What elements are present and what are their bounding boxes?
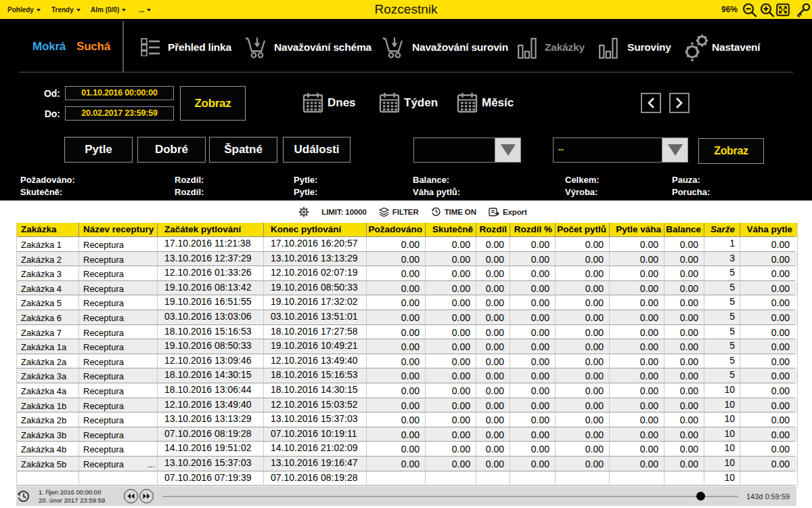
- table-cell: 13.10.2016 13:13:29: [158, 412, 264, 427]
- bar-chart-icon[interactable]: [518, 37, 537, 59]
- tab-sucha[interactable]: Suchá: [76, 40, 110, 54]
- nav-item-suroviny[interactable]: Suroviny: [627, 41, 671, 54]
- table-cell: 0.00: [367, 310, 426, 325]
- nav-item-nastaveni[interactable]: Nastavení: [712, 41, 760, 54]
- table-cell: 19.10.2016 10:49:21: [264, 339, 367, 354]
- nav-divider: [122, 21, 124, 72]
- filter-pytle-button[interactable]: Pytle: [64, 137, 133, 163]
- nav-item-zakazky[interactable]: Zakázky: [545, 41, 585, 54]
- table-cell: 0.00: [664, 266, 704, 281]
- table-row[interactable]: Zakázka 4aReceptura18.10.2016 13:06:4418…: [17, 383, 797, 398]
- table-cell: [426, 471, 476, 486]
- column-header[interactable]: Začátek pytlování: [158, 223, 264, 237]
- timeline-track[interactable]: [162, 496, 738, 497]
- table-row[interactable]: Zakázka 1aReceptura19.10.2016 08:50:3319…: [17, 339, 797, 354]
- gear-icon[interactable]: [298, 207, 309, 217]
- od-input[interactable]: 01.10.2016 00:00:00: [65, 86, 174, 100]
- column-header[interactable]: Skutečně: [426, 223, 476, 237]
- key-icon[interactable]: [794, 2, 811, 18]
- column-header[interactable]: Rozdíl %: [510, 223, 556, 237]
- limit-setting[interactable]: LIMIT: 10000: [321, 208, 367, 216]
- time-on-toggle[interactable]: TIME ON: [431, 207, 476, 217]
- table-row[interactable]: Zakázka 2Receptura13.10.2016 12:37:2913.…: [17, 252, 797, 267]
- table-cell: 0.00: [664, 354, 704, 369]
- table-cell: 0.00: [610, 281, 664, 296]
- column-header[interactable]: Požadováno: [367, 223, 426, 237]
- zobraz-button[interactable]: Zobraz: [180, 86, 246, 121]
- gears-icon[interactable]: [683, 33, 711, 62]
- table-cell: Zakázka 2: [17, 252, 79, 267]
- filter-dobre-button[interactable]: Dobré: [137, 137, 206, 163]
- table-cell: Receptura: [79, 427, 158, 442]
- cart-download-icon[interactable]: [244, 36, 266, 60]
- fullscreen-icon[interactable]: [776, 3, 790, 16]
- table-row[interactable]: Zakázka 1bReceptura12.10.2016 13:49:4012…: [17, 398, 797, 413]
- column-header[interactable]: Počet pytlů: [556, 223, 610, 237]
- table-row[interactable]: Zakázka 4bReceptura14.10.2016 19:51:0214…: [17, 442, 797, 457]
- column-header[interactable]: Rozdíl: [476, 223, 510, 237]
- combo-1-dropdown-button[interactable]: [495, 138, 520, 162]
- cart-download-icon[interactable]: [382, 36, 403, 60]
- bar-chart-icon[interactable]: [599, 37, 618, 59]
- quick-mesic[interactable]: Měsíc: [457, 92, 514, 113]
- table-cell: 17.10.2016 11:21:38: [158, 237, 264, 252]
- forward-button[interactable]: [139, 489, 154, 503]
- table-row[interactable]: Zakázka 2aReceptura12.10.2016 13:09:4612…: [17, 354, 797, 369]
- table-cell: 0.00: [476, 325, 510, 340]
- filter-spatne-button[interactable]: Špatné: [209, 137, 277, 163]
- column-header[interactable]: Název receptury: [79, 223, 158, 237]
- zoom-out-icon[interactable]: [742, 2, 757, 18]
- table-row[interactable]: Zakázka 4Receptura19.10.2016 08:13:4219.…: [17, 281, 797, 296]
- table-cell: [476, 471, 510, 486]
- column-header[interactable]: Konec pytlování: [264, 223, 367, 237]
- nav-item-navazovani-surovin[interactable]: Navažování surovin: [412, 41, 508, 54]
- table-row[interactable]: Zakázka 3aReceptura18.10.2016 14:30:1518…: [17, 368, 797, 383]
- prev-period-button[interactable]: [641, 93, 661, 113]
- table-cell: 0.00: [664, 325, 704, 340]
- table-cell: 0.00: [664, 368, 704, 383]
- next-period-button[interactable]: [669, 93, 690, 113]
- table-row[interactable]: Zakázka 7Receptura18.10.2016 15:16:5318.…: [17, 325, 797, 340]
- table-cell: Receptura: [79, 237, 158, 252]
- quick-tyden[interactable]: Týden: [379, 92, 438, 113]
- column-header[interactable]: Váha pytle: [740, 223, 795, 237]
- column-header[interactable]: Zakázka: [17, 223, 79, 237]
- quick-dnes[interactable]: Dnes: [302, 92, 356, 113]
- combo-select-1[interactable]: [413, 137, 521, 163]
- table-cell: 0.00: [610, 383, 664, 398]
- table-cell: 0.00: [426, 442, 476, 457]
- table-row[interactable]: Zakázka 3bReceptura07.10.2016 08:19:2807…: [17, 427, 797, 442]
- column-header[interactable]: Pytle váha: [610, 223, 664, 237]
- table-cell: 0.00: [740, 427, 795, 442]
- table-row[interactable]: Zakázka 2bReceptura13.10.2016 13:13:2913…: [17, 412, 797, 427]
- filter-udalosti-button[interactable]: Události: [283, 137, 351, 163]
- column-header[interactable]: Balance: [664, 223, 704, 237]
- list-icon[interactable]: [141, 37, 160, 56]
- tab-mokra[interactable]: Mokrá: [32, 40, 66, 54]
- table-cell: 0.00: [740, 368, 795, 383]
- table-row[interactable]: Zakázka 1Receptura17.10.2016 11:21:3817.…: [17, 237, 797, 252]
- export-button[interactable]: Export: [489, 207, 527, 217]
- zoom-in-icon[interactable]: [759, 2, 775, 18]
- table-row[interactable]: Zakázka 6Receptura03.10.2016 13:03:0603.…: [17, 310, 797, 325]
- zobraz2-button[interactable]: Zobraz: [698, 138, 764, 164]
- table-row[interactable]: 07.10.2016 07:19:3907.10.2016 08:19:2810: [17, 471, 797, 486]
- filter-toggle[interactable]: FILTER: [379, 207, 419, 217]
- triangle-down-icon: [501, 144, 516, 156]
- table-cell: 14.10.2016 19:51:02: [158, 442, 264, 457]
- table-row[interactable]: Zakázka 3Receptura12.10.2016 01:33:2612.…: [17, 266, 797, 281]
- nav-item-prehled-linka[interactable]: Přehled linka: [168, 41, 231, 54]
- combo-select-2[interactable]: --: [553, 137, 688, 163]
- combo-2-dropdown-button[interactable]: [662, 138, 687, 162]
- nav-item-navazovani-schema[interactable]: Navažování schéma: [274, 41, 371, 54]
- table-cell: 18.10.2016 14:30:15: [158, 368, 264, 383]
- table-row[interactable]: Zakázka 5bReceptura...13.10.2016 15:37:0…: [17, 457, 797, 471]
- column-header[interactable]: Sarže: [704, 223, 740, 237]
- table-cell: 0.00: [510, 442, 556, 457]
- table-row[interactable]: Zakázka 5Receptura19.10.2016 16:51:5519.…: [17, 295, 797, 310]
- table-cell: [79, 471, 158, 486]
- timeline-knob[interactable]: [696, 492, 705, 501]
- table-cell: 0.00: [510, 310, 556, 325]
- do-input[interactable]: 20.02.2017 23:59:59: [65, 106, 174, 121]
- rewind-button[interactable]: [124, 489, 138, 503]
